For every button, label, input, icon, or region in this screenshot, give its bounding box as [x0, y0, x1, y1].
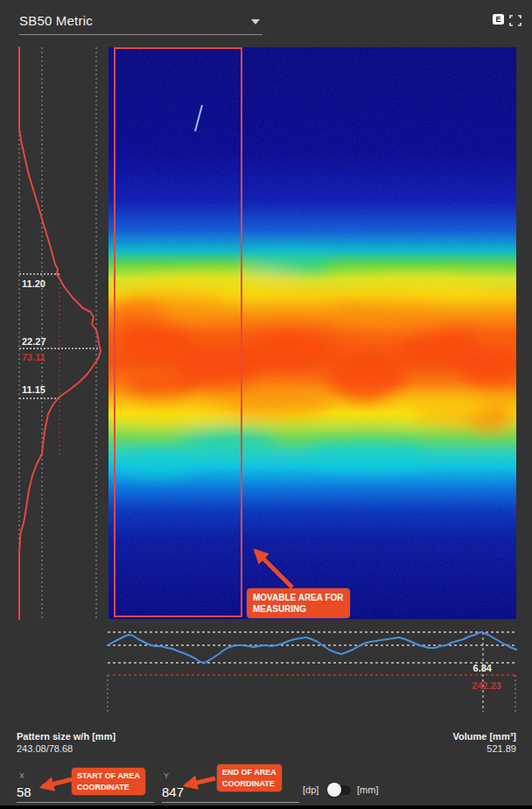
volume-label: Volume [mm³]: [452, 731, 516, 742]
width-mid-label: 22.27: [22, 336, 46, 347]
width-bottom-label: 11.15: [22, 384, 46, 395]
app-window: SB50 Metric E: [0, 0, 532, 809]
peak-value-label: 73.11: [22, 352, 46, 362]
y-field-label: Y: [164, 771, 169, 780]
window-bottom-edge: [0, 805, 532, 809]
fullscreen-icon: [509, 15, 522, 26]
fullscreen-button[interactable]: [509, 14, 522, 25]
unit-toggle-knob[interactable]: [327, 783, 341, 797]
profile-height-label: 6.84: [473, 663, 493, 673]
dp-unit-label: [dp]: [303, 784, 318, 795]
vertical-profile-curve: [19, 47, 101, 619]
dropdown-underline: [19, 34, 262, 35]
horizontal-profile-chart: 6.84 242.23: [108, 632, 516, 712]
export-button[interactable]: E: [493, 14, 504, 25]
width-top-label: 11.20: [22, 278, 46, 289]
vertical-profile-chart: 11.20 22.27 73.11 11.15: [19, 47, 101, 619]
pattern-size-value: 243.08/78.68: [17, 743, 73, 754]
mm-unit-label: [mm]: [357, 784, 378, 795]
horizontal-profile-curve: [108, 632, 516, 663]
metric-dropdown-value[interactable]: SB50 Metric: [19, 13, 93, 28]
chevron-down-icon[interactable]: [251, 19, 260, 25]
volume-value: 521.89: [486, 743, 516, 754]
x-field-label: X: [19, 771, 24, 780]
y-coordinate-input[interactable]: [162, 784, 299, 803]
movable-area-annotation: MOVABLE AREA FOR MEASURING: [247, 588, 350, 618]
pattern-size-label: Pattern size w/h [mm]: [17, 731, 116, 742]
profile-width-label: 242.23: [472, 680, 501, 691]
measuring-area-rect[interactable]: [114, 47, 242, 617]
x-coordinate-input[interactable]: [17, 784, 154, 803]
